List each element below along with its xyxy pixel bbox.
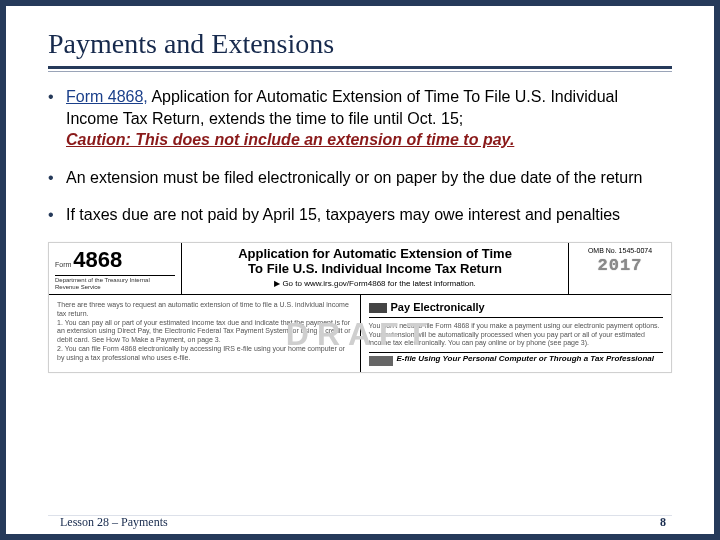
title-rule-thin bbox=[48, 71, 672, 72]
form-header-left: Form 4868 Department of the Treasury Int… bbox=[49, 243, 182, 294]
footer-page-number: 8 bbox=[660, 515, 666, 530]
efile-row: E-file Using Your Personal Computer or T… bbox=[369, 352, 664, 366]
form-goto: ▶ Go to www.irs.gov/Form4868 for the lat… bbox=[188, 279, 562, 288]
bullet-list: Form 4868, Application for Automatic Ext… bbox=[48, 86, 672, 226]
form-body-left: There are three ways to request an autom… bbox=[49, 295, 361, 372]
slide-title: Payments and Extensions bbox=[48, 28, 672, 62]
form-title-line1: Application for Automatic Extension of T… bbox=[188, 247, 562, 262]
form-4868-image: Form 4868 Department of the Treasury Int… bbox=[48, 242, 672, 373]
bullet-1-text: Application for Automatic Extension of T… bbox=[66, 88, 618, 127]
form-header: Form 4868 Department of the Treasury Int… bbox=[49, 243, 671, 295]
pay-electronically-label: Pay Electronically bbox=[391, 301, 485, 315]
pay-electronically-row: Pay Electronically bbox=[369, 301, 664, 318]
form-body: DRAFT There are three ways to request an… bbox=[49, 295, 671, 372]
caution-text: Caution: This does not include an extens… bbox=[66, 131, 514, 148]
efile-text: E-file Using Your Personal Computer or T… bbox=[397, 355, 655, 366]
form-left-blurb: There are three ways to request an autom… bbox=[57, 301, 352, 362]
form-department: Department of the Treasury Internal Reve… bbox=[55, 275, 175, 290]
form-omb: OMB No. 1545-0074 bbox=[575, 247, 665, 254]
computer-icon bbox=[369, 356, 393, 366]
form-number: 4868 bbox=[73, 247, 122, 272]
form-header-right: OMB No. 1545-0074 2017 bbox=[568, 243, 671, 294]
footer-left: Lesson 28 – Payments bbox=[60, 515, 168, 530]
form-body-right: Pay Electronically You don't need to fil… bbox=[361, 295, 672, 372]
form-4868-link[interactable]: Form 4868, bbox=[66, 88, 148, 105]
slide-frame: Payments and Extensions Form 4868, Appli… bbox=[0, 0, 720, 540]
title-rule-thick bbox=[48, 66, 672, 69]
form-right-blurb: You don't need to file Form 4868 if you … bbox=[369, 322, 664, 348]
slide-inner: Payments and Extensions Form 4868, Appli… bbox=[48, 28, 672, 502]
form-label: Form bbox=[55, 261, 71, 268]
form-header-mid: Application for Automatic Extension of T… bbox=[182, 243, 568, 294]
bullet-2: An extension must be filed electronicall… bbox=[48, 167, 672, 189]
form-year: 2017 bbox=[575, 256, 665, 275]
card-icon bbox=[369, 303, 387, 313]
form-title-line2: To File U.S. Individual Income Tax Retur… bbox=[188, 262, 562, 277]
bullet-3: If taxes due are not paid by April 15, t… bbox=[48, 204, 672, 226]
bullet-1: Form 4868, Application for Automatic Ext… bbox=[48, 86, 672, 151]
